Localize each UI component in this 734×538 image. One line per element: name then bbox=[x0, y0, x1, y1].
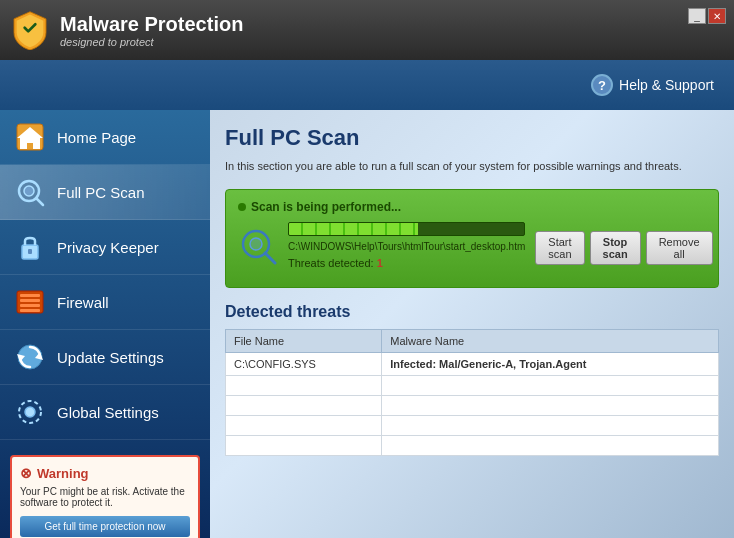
scan-buttons: Start scan Stop scan Remove all bbox=[535, 231, 712, 265]
scan-threats-info: Threats detected: 1 bbox=[288, 257, 525, 269]
empty-row-3 bbox=[226, 416, 719, 436]
scan-icon bbox=[15, 177, 45, 207]
sidebar-item-firewall[interactable]: Firewall bbox=[0, 275, 210, 330]
content-description: In this section you are able to run a fu… bbox=[225, 159, 719, 174]
col-filename: File Name bbox=[226, 330, 382, 353]
sidebar-home-label: Home Page bbox=[57, 129, 136, 146]
update-icon bbox=[15, 342, 45, 372]
warning-title: ⊗ Warning bbox=[20, 465, 190, 481]
sidebar-item-privacy[interactable]: Privacy Keeper bbox=[0, 220, 210, 275]
sidebar-item-home[interactable]: Home Page bbox=[0, 110, 210, 165]
svg-rect-9 bbox=[20, 304, 40, 307]
svg-point-3 bbox=[24, 186, 34, 196]
svg-point-14 bbox=[25, 407, 35, 417]
sidebar-privacy-label: Privacy Keeper bbox=[57, 239, 159, 256]
start-scan-button[interactable]: Start scan bbox=[535, 231, 584, 265]
detected-threats-title: Detected threats bbox=[225, 303, 719, 321]
scan-file-icon bbox=[238, 226, 278, 266]
warning-box: ⊗ Warning Your PC might be at risk. Acti… bbox=[10, 455, 200, 538]
minimize-button[interactable]: _ bbox=[688, 8, 706, 24]
svg-point-18 bbox=[250, 238, 262, 250]
main-layout: Home Page Full PC Scan Privacy Keeper bbox=[0, 110, 734, 538]
home-icon bbox=[15, 122, 45, 152]
title-text: Malware Protection designed to protect bbox=[60, 13, 243, 48]
scan-box: Scan is being performed... C:\WINDOWS\He… bbox=[225, 189, 719, 288]
sidebar-item-global[interactable]: Global Settings bbox=[0, 385, 210, 440]
sidebar-global-label: Global Settings bbox=[57, 404, 159, 421]
close-button[interactable]: ✕ bbox=[708, 8, 726, 24]
sidebar: Home Page Full PC Scan Privacy Keeper bbox=[0, 110, 210, 538]
protect-now-button[interactable]: Get full time protection now bbox=[20, 516, 190, 537]
privacy-icon bbox=[15, 232, 45, 262]
col-malwarename: Malware Name bbox=[382, 330, 719, 353]
empty-row-2 bbox=[226, 396, 719, 416]
empty-row-4 bbox=[226, 436, 719, 456]
window-controls[interactable]: _ ✕ bbox=[688, 8, 726, 24]
warning-text: Your PC might be at risk. Activate the s… bbox=[20, 486, 190, 508]
svg-line-2 bbox=[36, 198, 43, 205]
sidebar-firewall-label: Firewall bbox=[57, 294, 109, 311]
svg-rect-10 bbox=[20, 309, 40, 312]
empty-row-1 bbox=[226, 376, 719, 396]
threats-table: File Name Malware Name C:\CONFIG.SYS Inf… bbox=[225, 329, 719, 456]
threat-malware: Infected: Mal/Generic-A, Trojan.Agent bbox=[382, 353, 719, 376]
sidebar-update-label: Update Settings bbox=[57, 349, 164, 366]
svg-rect-7 bbox=[20, 294, 40, 297]
threats-count: 1 bbox=[377, 257, 383, 269]
sidebar-item-update[interactable]: Update Settings bbox=[0, 330, 210, 385]
scan-status: Scan is being performed... bbox=[238, 200, 706, 214]
progress-bar-container bbox=[288, 222, 525, 236]
svg-rect-5 bbox=[28, 249, 32, 254]
scan-row: C:\WINDOWS\Help\Tours\htmlTour\start_des… bbox=[238, 222, 706, 269]
app-subtitle: designed to protect bbox=[60, 36, 243, 48]
progress-bar-fill bbox=[289, 223, 418, 235]
settings-icon bbox=[15, 397, 45, 427]
sidebar-fullscan-label: Full PC Scan bbox=[57, 184, 145, 201]
page-title: Full PC Scan bbox=[225, 125, 719, 151]
warning-icon: ⊗ bbox=[20, 465, 32, 481]
app-title: Malware Protection bbox=[60, 13, 243, 36]
scan-status-dot bbox=[238, 203, 246, 211]
svg-line-17 bbox=[265, 253, 275, 263]
threat-file: C:\CONFIG.SYS bbox=[226, 353, 382, 376]
help-icon: ? bbox=[591, 74, 613, 96]
table-row: C:\CONFIG.SYS Infected: Mal/Generic-A, T… bbox=[226, 353, 719, 376]
sidebar-item-fullscan[interactable]: Full PC Scan bbox=[0, 165, 210, 220]
scan-details: C:\WINDOWS\Help\Tours\htmlTour\start_des… bbox=[288, 222, 525, 269]
header-bar: ? Help & Support bbox=[0, 60, 734, 110]
app-logo bbox=[10, 10, 50, 50]
remove-all-button[interactable]: Remove all bbox=[646, 231, 713, 265]
help-support-label: Help & Support bbox=[619, 77, 714, 93]
title-bar: Malware Protection designed to protect _… bbox=[0, 0, 734, 60]
help-support-button[interactable]: ? Help & Support bbox=[591, 74, 714, 96]
firewall-icon bbox=[15, 287, 45, 317]
svg-rect-8 bbox=[20, 299, 40, 302]
stop-scan-button[interactable]: Stop scan bbox=[590, 231, 641, 265]
scan-file-path: C:\WINDOWS\Help\Tours\htmlTour\start_des… bbox=[288, 241, 525, 252]
content-area: Full PC Scan In this section you are abl… bbox=[210, 110, 734, 538]
